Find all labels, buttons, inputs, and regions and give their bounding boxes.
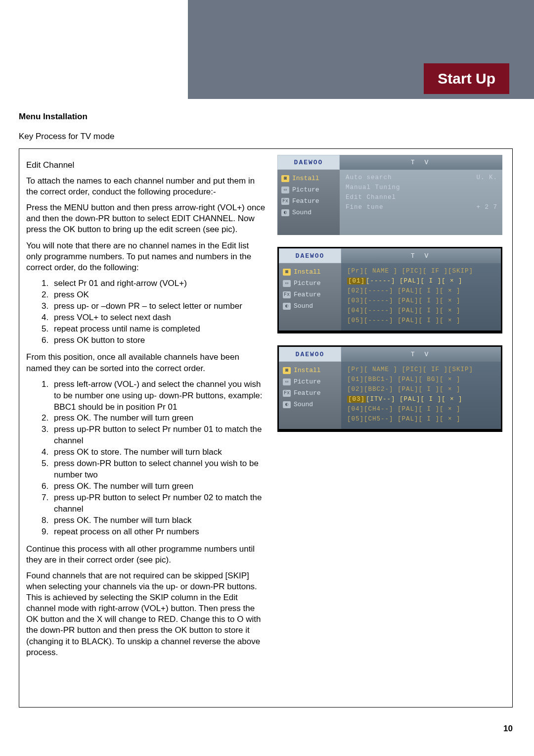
picture-icon: ▭ — [283, 378, 291, 385]
osd-menu-install: ◙Install — [283, 266, 341, 278]
osd-row: [03][ITV--] [PAL][ I ][ × ] — [347, 394, 496, 404]
osd-row: [04][-----] [PAL][ I ][ × ] — [347, 306, 496, 316]
osd-row: Manual Tuning — [346, 183, 497, 192]
list-item: press up-PR button to select Pr number 0… — [51, 492, 267, 515]
feature-icon: Fx — [283, 291, 291, 298]
install-icon: ◙ — [283, 269, 291, 276]
osd-title: T V — [340, 155, 502, 170]
install-icon: ◙ — [281, 175, 289, 182]
paragraph: Found channels that are not required can… — [26, 570, 267, 658]
procedure-list-b: press left-arrow (VOL-) and select the c… — [51, 379, 267, 538]
sound-icon: ◐ — [281, 209, 289, 216]
osd-edit-channel-blank: DAEWOO T V ◙Install ▭Picture FxFeature ◐… — [277, 247, 502, 333]
right-column: DAEWOO T V ◙Install ▭Picture FxFeature ◐… — [277, 155, 502, 697]
install-icon: ◙ — [283, 367, 291, 374]
osd-row: [02][BBC2-] [PAL][ I ][ × ] — [347, 384, 496, 394]
osd-menu-picture: ▭Picture — [281, 184, 340, 195]
osd-row: [05][-----] [PAL][ I ][ × ] — [347, 316, 496, 326]
osd-row: Fine tune+ 2 7 — [346, 202, 497, 212]
osd-row: [03][-----] [PAL][ I ][ × ] — [347, 296, 496, 306]
paragraph: To attach the names to each channel numb… — [26, 176, 267, 197]
osd-row: Auto searchU. K. — [346, 173, 497, 183]
section-tab: Start Up — [424, 63, 509, 94]
osd-row: [04][CH4--] [PAL][ I ][ × ] — [347, 404, 496, 414]
osd-logo: DAEWOO — [279, 347, 341, 362]
page-subheading: Key Process for TV mode — [19, 132, 114, 142]
osd-edit-channel-named: DAEWOO T V ◙Install ▭Picture FxFeature ◐… — [277, 345, 502, 432]
list-item: press OK. The number will turn green — [51, 413, 267, 424]
osd-row: [01][-----] [PAL][ I ][ × ] — [347, 276, 496, 286]
osd-row: [02][-----] [PAL][ I ][ × ] — [347, 286, 496, 296]
list-item: press OK — [51, 289, 267, 301]
list-item: press left-arrow (VOL-) and select the c… — [51, 379, 267, 413]
picture-icon: ▭ — [281, 187, 289, 193]
feature-icon: Fx — [281, 198, 289, 205]
procedure-list-a: select Pr 01 and right-arrow (VOL+) pres… — [51, 278, 267, 346]
osd-title: T V — [341, 248, 501, 263]
osd-table-header: [Pr][ NAME ] [PIC][ IF ][SKIP] — [347, 365, 496, 375]
osd-install-menu: DAEWOO T V ◙Install ▭Picture FxFeature ◐… — [277, 155, 502, 235]
list-item: repeat process until name is completed — [51, 324, 267, 335]
osd-menu-sound: ◐Sound — [283, 399, 341, 410]
list-item: press OK. The number will turn black — [51, 515, 267, 526]
osd-sidebar: ◙Install ▭Picture FxFeature ◐Sound — [277, 170, 340, 235]
list-item: press OK button to store — [51, 335, 267, 346]
osd-row: [05][CH5--] [PAL][ I ][ × ] — [347, 414, 496, 424]
list-item: press OK. The number will turn green — [51, 481, 267, 492]
osd-title: T V — [341, 347, 501, 362]
list-item: press VOL+ to select next dash — [51, 312, 267, 324]
osd-menu-feature: FxFeature — [283, 289, 341, 300]
list-item: repeat process on all other Pr numbers — [51, 526, 267, 538]
osd-pane: [Pr][ NAME ] [PIC][ IF ][SKIP] [01][----… — [341, 263, 501, 331]
list-item: press up- or –down PR – to select letter… — [51, 301, 267, 312]
osd-pane: Auto searchU. K. Manual Tuning Edit Chan… — [340, 170, 502, 235]
osd-menu-install: ◙Install — [281, 173, 340, 184]
highlight: [01] — [347, 278, 366, 284]
osd-menu-feature: FxFeature — [281, 195, 340, 207]
osd-row: [01][BBC1-] [PAL][ BG][ × ] — [347, 375, 496, 384]
osd-row-selected: Edit Channel — [346, 192, 497, 202]
osd-menu-picture: ▭Picture — [283, 376, 341, 387]
paragraph: You will note that there are no channel … — [26, 240, 267, 273]
osd-table-header: [Pr][ NAME ] [PIC][ IF ][SKIP] — [347, 266, 496, 276]
list-item: press OK to store. The number will turn … — [51, 447, 267, 458]
osd-menu-install: ◙Install — [283, 365, 341, 376]
page-heading: Menu Installation — [19, 112, 88, 122]
osd-menu-sound: ◐Sound — [283, 300, 341, 312]
page-number: 10 — [503, 724, 513, 734]
list-item: select Pr 01 and right-arrow (VOL+) — [51, 278, 267, 289]
paragraph: Continue this process with all other pro… — [26, 544, 267, 566]
feature-icon: Fx — [283, 390, 291, 397]
osd-menu-feature: FxFeature — [283, 387, 341, 399]
sound-icon: ◐ — [283, 401, 291, 408]
osd-menu-picture: ▭Picture — [283, 278, 341, 289]
list-item: press down-PR button to select channel y… — [51, 458, 267, 481]
osd-menu-sound: ◐Sound — [281, 207, 340, 218]
list-item: press up-PR button to select Pr number 0… — [51, 424, 267, 447]
left-column: Edit Channel To attach the names to each… — [26, 155, 267, 697]
paragraph: From this position, once all available c… — [26, 352, 267, 374]
osd-logo: DAEWOO — [279, 248, 341, 263]
osd-logo: DAEWOO — [277, 155, 340, 170]
picture-icon: ▭ — [283, 280, 291, 287]
highlight: [03] — [347, 396, 366, 403]
osd-pane: [Pr][ NAME ] [PIC][ IF ][SKIP] [01][BBC1… — [341, 362, 501, 429]
content-frame: Edit Channel To attach the names to each… — [19, 148, 513, 708]
edit-channel-heading: Edit Channel — [26, 160, 267, 171]
paragraph: Press the MENU button and then press arr… — [26, 202, 267, 235]
sound-icon: ◐ — [283, 303, 291, 310]
osd-sidebar: ◙Install ▭Picture FxFeature ◐Sound — [279, 263, 341, 331]
osd-sidebar: ◙Install ▭Picture FxFeature ◐Sound — [279, 362, 341, 429]
